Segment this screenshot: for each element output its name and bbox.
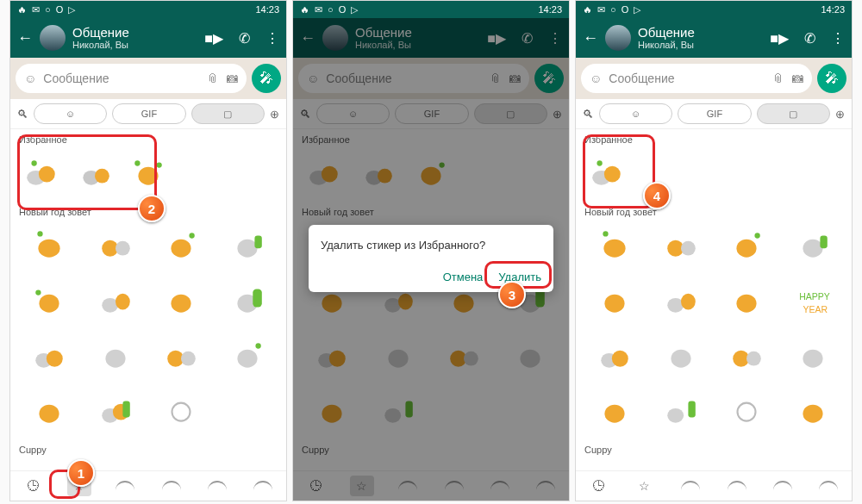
tab-emoji[interactable]: ☺ — [34, 103, 107, 124]
pack-thumb[interactable] — [205, 476, 229, 496]
sticker[interactable] — [217, 277, 278, 322]
tab-emoji[interactable]: ☺ — [599, 103, 672, 124]
avatar[interactable] — [40, 25, 66, 51]
recent-tab-icon[interactable]: 🕒︎ — [587, 476, 611, 496]
message-input[interactable]: ☺ Сообщение 📎︎ 📷︎ — [581, 64, 812, 93]
sticker[interactable] — [19, 277, 80, 322]
search-icon[interactable]: 🔍︎ — [17, 108, 28, 121]
sticker-panel: Избранное Новый год зовет HAPPYYEAR — [576, 129, 852, 472]
sticker[interactable] — [651, 388, 712, 432]
tab-gif[interactable]: GIF — [678, 103, 751, 124]
search-icon[interactable]: 🔍︎ — [583, 108, 594, 121]
emoji-icon[interactable]: ☺ — [24, 72, 36, 85]
sticker[interactable] — [783, 388, 844, 432]
sticker[interactable] — [85, 222, 147, 267]
sticker[interactable]: HAPPYYEAR — [783, 277, 844, 322]
sticker[interactable] — [217, 333, 278, 377]
pack-thumb[interactable] — [771, 476, 795, 496]
sticker[interactable] — [217, 222, 278, 267]
svg-point-27 — [181, 352, 196, 366]
video-call-icon[interactable]: ■▶︎ — [204, 30, 223, 47]
sticker[interactable] — [151, 388, 212, 432]
avatar[interactable] — [605, 25, 631, 51]
tab-gif[interactable]: GIF — [112, 103, 185, 124]
add-icon[interactable]: ⊕ — [270, 108, 279, 121]
sticker[interactable] — [151, 333, 212, 377]
sticker[interactable] — [584, 388, 646, 432]
message-input[interactable]: ☺ Сообщение 📎︎ 📷︎ — [16, 64, 247, 93]
svg-point-84 — [605, 405, 625, 423]
chat-title[interactable]: Общение — [72, 26, 197, 40]
video-call-icon[interactable]: ■▶︎ — [770, 30, 789, 47]
pack-thumb[interactable] — [251, 476, 275, 496]
sticker[interactable] — [85, 388, 147, 432]
svg-point-20 — [172, 295, 191, 313]
sticker[interactable] — [19, 388, 80, 432]
fav-sticker-2[interactable] — [72, 150, 117, 195]
mail-icon: ✉ — [32, 4, 40, 16]
pack-thumb[interactable] — [678, 476, 703, 496]
chat-title[interactable]: Общение — [638, 26, 763, 40]
sticker[interactable] — [151, 277, 212, 322]
sticker[interactable] — [85, 333, 147, 377]
emoji-icon[interactable]: ☺ — [590, 72, 602, 85]
sticker[interactable] — [783, 222, 844, 267]
sticker[interactable] — [783, 333, 844, 377]
pack-thumb[interactable] — [113, 476, 137, 496]
camera-icon[interactable]: 📷︎ — [791, 72, 803, 85]
tab-sticker[interactable]: ▢ — [757, 103, 830, 124]
sticker[interactable] — [584, 222, 646, 267]
favorites-tab-icon[interactable]: ☆ — [633, 476, 657, 496]
pack-thumb[interactable] — [816, 476, 840, 496]
back-icon[interactable]: ← — [17, 29, 33, 47]
attach-icon[interactable]: 📎︎ — [207, 72, 219, 85]
svg-point-19 — [116, 294, 130, 310]
svg-point-24 — [47, 351, 63, 367]
mic-button[interactable]: 🎤︎ — [817, 64, 846, 93]
fav-sticker-3[interactable] — [126, 150, 171, 195]
sticker[interactable] — [716, 333, 778, 377]
sticker[interactable] — [151, 222, 212, 267]
tab-sticker[interactable]: ▢ — [191, 103, 265, 124]
sticker[interactable] — [19, 222, 80, 267]
svg-point-30 — [40, 405, 59, 423]
fav-sticker-1[interactable] — [19, 150, 64, 195]
add-icon[interactable]: ⊕ — [835, 108, 845, 121]
sticker[interactable] — [584, 333, 646, 377]
camera-icon[interactable]: 📷︎ — [226, 72, 238, 85]
mic-button[interactable]: 🎤︎ — [252, 64, 281, 93]
svg-point-82 — [746, 352, 761, 366]
svg-point-85 — [667, 408, 684, 423]
svg-point-8 — [39, 240, 60, 258]
sticker[interactable] — [716, 277, 778, 322]
svg-point-74 — [681, 294, 696, 310]
sticker[interactable] — [716, 388, 778, 432]
voice-call-icon[interactable]: ✆ — [804, 30, 815, 47]
sticker[interactable] — [85, 277, 147, 322]
voice-call-icon[interactable]: ✆ — [239, 30, 250, 47]
svg-point-70 — [803, 240, 822, 258]
dialog-cancel-button[interactable]: Отмена — [443, 271, 484, 283]
svg-rect-33 — [122, 401, 129, 418]
sticker[interactable] — [651, 333, 712, 377]
sticker[interactable] — [19, 333, 80, 377]
menu-icon[interactable]: ⋮ — [831, 30, 845, 47]
message-bar: ☺ Сообщение 📎︎ 📷︎ 🎤︎ — [10, 58, 286, 99]
sticker[interactable] — [716, 222, 778, 267]
sticker[interactable] — [651, 222, 712, 267]
svg-point-83 — [803, 350, 822, 368]
sticker[interactable] — [217, 388, 278, 432]
svg-point-28 — [237, 350, 257, 368]
recent-tab-icon[interactable]: 🕒︎ — [22, 476, 46, 496]
svg-point-9 — [38, 231, 43, 236]
back-icon[interactable]: ← — [583, 29, 598, 47]
pack-thumb[interactable] — [725, 476, 749, 496]
sticker-tab-bar: 🔍︎ ☺ GIF ▢ ⊕ — [10, 99, 286, 129]
pack-thumb[interactable] — [159, 476, 184, 496]
svg-point-72 — [605, 295, 625, 313]
attach-icon[interactable]: 📎︎ — [772, 72, 784, 85]
sticker[interactable] — [584, 277, 646, 322]
sticker[interactable] — [651, 277, 712, 322]
fav-sticker-1[interactable] — [584, 150, 629, 195]
menu-icon[interactable]: ⋮ — [265, 30, 279, 47]
